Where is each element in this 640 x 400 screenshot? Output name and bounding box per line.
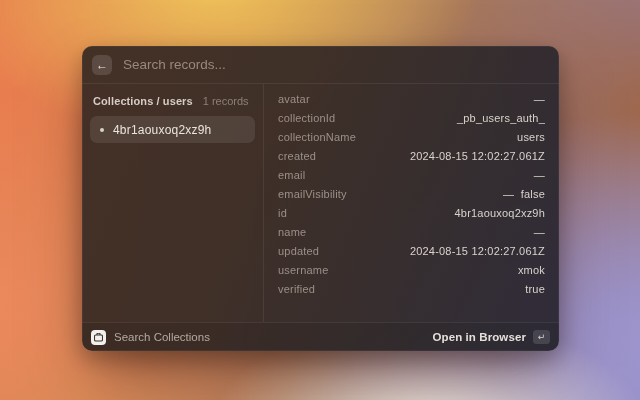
detail-row: created 2024-08-15 12:02:27.061Z (278, 146, 545, 165)
field-value: — (534, 169, 545, 181)
enter-key-icon: ↵ (533, 330, 550, 344)
search-bar: ← (82, 46, 559, 83)
records-sidebar: Collections / users 1 records 4br1aouxoq… (82, 84, 264, 322)
detail-row: collectionName users (278, 127, 545, 146)
field-label: updated (278, 245, 319, 257)
field-label: email (278, 169, 305, 181)
bullet-icon (100, 128, 104, 132)
field-label: created (278, 150, 316, 162)
field-value: 2024-08-15 12:02:27.061Z (410, 245, 545, 257)
detail-row: collectionId _pb_users_auth_ (278, 108, 545, 127)
arrow-left-icon: ← (96, 59, 108, 71)
detail-row: email — (278, 165, 545, 184)
detail-row: avatar — (278, 89, 545, 108)
pocketbase-logo-icon (91, 330, 106, 345)
field-label: emailVisibility (278, 188, 347, 200)
field-label: id (278, 207, 287, 219)
search-input[interactable] (123, 57, 549, 72)
detail-row: verified true (278, 279, 545, 298)
command-title: Search Collections (114, 331, 210, 343)
field-value: — false (503, 188, 545, 200)
sidebar-header: Collections / users 1 records (90, 92, 255, 116)
open-in-browser-button[interactable]: Open in Browser ↵ (432, 330, 550, 344)
record-list-item-selected[interactable]: 4br1aouxoq2xz9h (90, 116, 255, 143)
record-detail-panel: avatar — collectionId _pb_users_auth_ co… (264, 84, 559, 322)
back-button[interactable]: ← (92, 55, 112, 75)
command-palette-window: ← Collections / users 1 records 4br1aoux… (82, 46, 559, 351)
field-value: — (534, 226, 545, 238)
field-label: name (278, 226, 306, 238)
field-value: _pb_users_auth_ (457, 112, 545, 124)
detail-row: id 4br1aouxoq2xz9h (278, 203, 545, 222)
main-area: Collections / users 1 records 4br1aouxoq… (82, 84, 559, 322)
field-value: 4br1aouxoq2xz9h (455, 207, 545, 219)
field-value: true (525, 283, 545, 295)
action-bar: Search Collections Open in Browser ↵ (82, 322, 559, 351)
record-id-label: 4br1aouxoq2xz9h (113, 123, 211, 137)
detail-row: emailVisibility — false (278, 184, 545, 203)
field-label: avatar (278, 93, 310, 105)
field-value: users (517, 131, 545, 143)
detail-row: name — (278, 222, 545, 241)
field-value: — (534, 93, 545, 105)
field-label: collectionId (278, 112, 335, 124)
open-in-browser-label: Open in Browser (432, 331, 526, 343)
field-value: xmok (518, 264, 545, 276)
detail-row: updated 2024-08-15 12:02:27.061Z (278, 241, 545, 260)
field-value: 2024-08-15 12:02:27.061Z (410, 150, 545, 162)
field-label: verified (278, 283, 315, 295)
record-count: 1 records (203, 95, 249, 107)
toolbox-glyph (94, 333, 103, 342)
field-label: collectionName (278, 131, 356, 143)
breadcrumb: Collections / users (93, 95, 193, 107)
detail-row: username xmok (278, 260, 545, 279)
field-label: username (278, 264, 329, 276)
